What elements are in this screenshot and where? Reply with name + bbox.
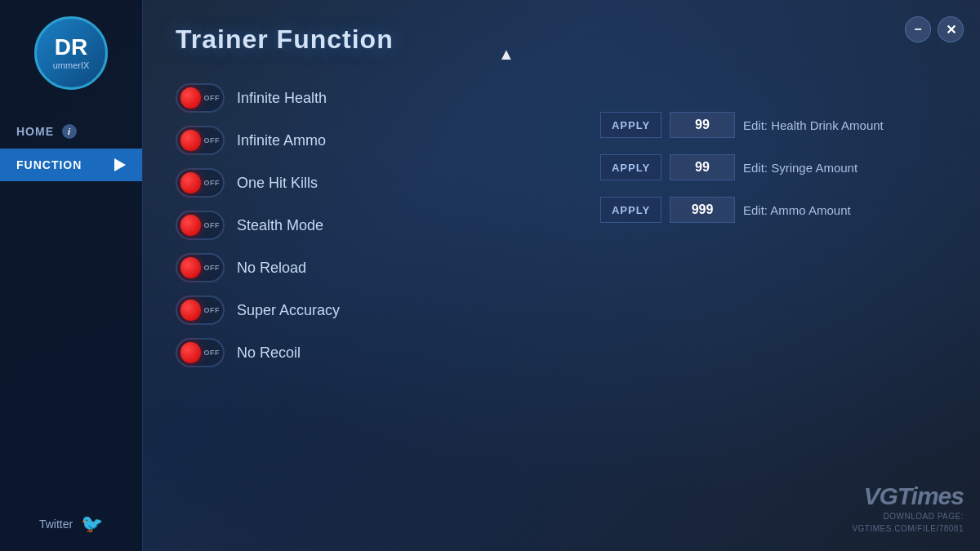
close-button[interactable]: ✕ (938, 16, 964, 42)
vgtimes-watermark: VGTimes DOWNLOAD PAGE: VGTIMES.COM/FILE/… (852, 482, 964, 535)
edit-section: APPLY Edit: Health Drink Amount APPLY Ed… (600, 106, 884, 229)
toggle-one-hit-kills[interactable]: OFF (176, 168, 225, 198)
toggle-circle (180, 257, 201, 278)
ammo-input[interactable] (670, 197, 735, 223)
twitter-link[interactable]: Twitter 🐦 (39, 513, 103, 535)
function-name-no-recoil: No Recoil (237, 344, 384, 362)
vgtimes-url-value: VGTIMES.COM/FILE/78081 (852, 522, 964, 535)
toggle-circle (180, 215, 201, 236)
toggle-circle (180, 130, 201, 151)
apply-syringe-button[interactable]: APPLY (600, 154, 662, 180)
function-name-infinite-health: Infinite Health (237, 90, 384, 107)
function-row-no-reload: OFF No Reload (176, 249, 947, 287)
page-title: Trainer Function (176, 24, 947, 55)
syringe-label: Edit: Syringe Amount (743, 161, 858, 175)
vgtimes-logo: VGTimes (852, 482, 964, 510)
toggle-no-recoil[interactable]: OFF (176, 338, 225, 367)
sidebar: DR ummerIX HOME i FUNCTION Twitter 🐦 (0, 0, 143, 551)
toggle-label-no-reload: OFF (204, 264, 220, 272)
toggle-label-no-recoil: OFF (204, 349, 220, 357)
toggle-circle (180, 87, 201, 109)
toggle-label-stealth-mode: OFF (204, 221, 220, 229)
function-row-super-accuracy: OFF Super Accuracy (176, 291, 947, 329)
avatar-subtitle: ummerIX (53, 60, 90, 70)
toggle-stealth-mode[interactable]: OFF (176, 211, 225, 240)
toggle-infinite-ammo[interactable]: OFF (176, 126, 225, 155)
sidebar-item-home[interactable]: HOME i (0, 114, 142, 149)
main-content: Trainer Function OFF Infinite Health OFF… (143, 0, 980, 551)
avatar-initials: DR (55, 36, 87, 59)
toggle-label-one-hit-kills: OFF (204, 179, 220, 187)
toggle-infinite-health[interactable]: OFF (176, 83, 225, 113)
minimize-button[interactable]: − (905, 16, 931, 42)
edit-row-ammo: APPLY Edit: Ammo Amount (600, 191, 884, 229)
toggle-no-reload[interactable]: OFF (176, 253, 225, 282)
toggle-label-infinite-ammo: OFF (204, 136, 220, 144)
function-name-no-reload: No Reload (237, 260, 384, 277)
toggle-label-super-accuracy: OFF (204, 306, 220, 314)
toggle-circle (180, 300, 201, 321)
apply-health-drink-button[interactable]: APPLY (600, 112, 662, 138)
window-controls: − ✕ (905, 16, 964, 42)
avatar: DR ummerIX (34, 16, 108, 90)
sidebar-item-function[interactable]: FUNCTION (0, 149, 142, 181)
play-icon (114, 158, 126, 171)
apply-ammo-button[interactable]: APPLY (600, 197, 662, 223)
info-icon[interactable]: i (62, 124, 77, 139)
ammo-label: Edit: Ammo Amount (743, 203, 851, 217)
toggle-circle (180, 172, 201, 193)
home-label: HOME (16, 125, 54, 138)
function-name-super-accuracy: Super Accuracy (237, 302, 384, 319)
function-name-one-hit-kills: One Hit Kills (237, 175, 384, 192)
toggle-label-infinite-health: OFF (204, 94, 220, 102)
toggle-super-accuracy[interactable]: OFF (176, 295, 225, 325)
function-row-no-recoil: OFF No Recoil (176, 334, 947, 371)
health-drink-input[interactable] (670, 112, 735, 138)
health-drink-label: Edit: Health Drink Amount (743, 118, 884, 132)
function-name-stealth-mode: Stealth Mode (237, 217, 384, 234)
edit-row-syringe: APPLY Edit: Syringe Amount (600, 149, 884, 186)
syringe-input[interactable] (670, 154, 735, 180)
toggle-circle (180, 342, 201, 363)
vgtimes-download-label: DOWNLOAD PAGE: (852, 510, 964, 522)
twitter-icon: 🐦 (81, 513, 103, 535)
function-label: FUNCTION (16, 158, 82, 171)
function-name-infinite-ammo: Infinite Ammo (237, 132, 384, 149)
vgtimes-url-line1: DOWNLOAD PAGE: VGTIMES.COM/FILE/78081 (852, 510, 964, 535)
edit-row-health-drink: APPLY Edit: Health Drink Amount (600, 106, 884, 144)
twitter-label: Twitter (39, 518, 73, 531)
